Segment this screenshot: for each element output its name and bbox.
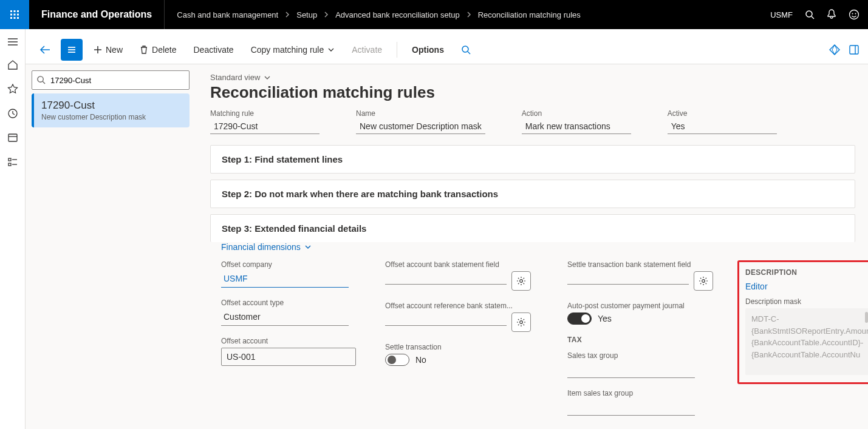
gear-icon xyxy=(699,276,708,286)
editor-link[interactable]: Editor xyxy=(745,282,768,291)
svg-rect-8 xyxy=(17,17,19,19)
trash-icon xyxy=(140,45,148,55)
breadcrumb-item[interactable]: Reconciliation matching rules xyxy=(478,10,581,19)
diamond-icon[interactable] xyxy=(829,44,840,55)
list-item-title: 17290-Cust xyxy=(41,100,182,112)
action-label: Copy matching rule xyxy=(251,45,324,55)
svg-rect-18 xyxy=(9,134,17,141)
separator xyxy=(397,42,397,58)
view-selector[interactable]: Standard view xyxy=(210,73,868,82)
offset-acct-bank-stmt-field[interactable] xyxy=(385,278,507,285)
arrow-left-icon xyxy=(39,46,50,54)
list-item-subtitle: New customer Description mask xyxy=(41,113,182,121)
action-label: Activate xyxy=(352,45,382,55)
field-label: Description mask xyxy=(745,297,868,306)
back-button[interactable] xyxy=(34,39,56,61)
modules-icon[interactable] xyxy=(7,157,18,167)
description-mask-textarea[interactable]: MDT-C-{BankStmtISOReportEntry.Amount}-{B… xyxy=(745,308,868,375)
action-label: Delete xyxy=(152,45,176,55)
action-field[interactable]: Mark new transactions xyxy=(522,118,631,134)
chevron-down-icon xyxy=(264,74,271,81)
field-label: Matching rule xyxy=(210,109,320,118)
settings-button[interactable] xyxy=(511,312,531,332)
smile-icon[interactable] xyxy=(849,9,859,20)
field-label: Offset account reference bank statem... xyxy=(385,302,543,310)
step2-header[interactable]: Step 2: Do not mark when there are match… xyxy=(210,180,855,208)
field-label: Action xyxy=(522,109,631,118)
svg-rect-3 xyxy=(10,14,12,16)
copy-matching-rule-button[interactable]: Copy matching rule xyxy=(245,41,341,58)
offset-account-type-field[interactable]: Customer xyxy=(221,309,349,326)
field-label: Settle transaction bank statement field xyxy=(567,260,713,269)
list-lines-icon xyxy=(66,46,77,54)
breadcrumb-item[interactable]: Advanced bank reconciliation setup xyxy=(335,10,460,19)
home-icon[interactable] xyxy=(7,59,18,70)
chevron-down-icon xyxy=(327,46,335,53)
list-search-input[interactable] xyxy=(32,70,190,90)
scrollbar[interactable] xyxy=(865,312,868,323)
step1-header[interactable]: Step 1: Find statement lines xyxy=(210,145,855,174)
financial-dimensions-label: Financial dimensions xyxy=(221,242,301,252)
panel-icon[interactable] xyxy=(849,44,859,55)
search-icon xyxy=(461,45,471,55)
list-item[interactable]: 17290-Cust New customer Description mask xyxy=(32,93,190,127)
svg-rect-7 xyxy=(14,17,16,19)
settle-tx-bank-field[interactable] xyxy=(567,278,689,285)
search-icon[interactable] xyxy=(805,10,815,19)
financial-dimensions-button[interactable]: Financial dimensions xyxy=(221,242,868,252)
description-section: DESCRIPTION Editor Description mask MDT-… xyxy=(737,260,868,384)
activate-button: Activate xyxy=(346,41,388,58)
svg-rect-21 xyxy=(9,163,11,166)
options-button[interactable]: Options xyxy=(406,41,450,58)
star-icon[interactable] xyxy=(7,84,18,95)
svg-rect-4 xyxy=(14,14,16,16)
page-search-button[interactable] xyxy=(455,41,477,58)
app-launcher-button[interactable] xyxy=(0,0,29,29)
view-label: Standard view xyxy=(210,73,260,82)
svg-point-34 xyxy=(520,321,523,324)
field-label: Offset company xyxy=(221,260,361,269)
step3-header[interactable]: Step 3: Extended financial details xyxy=(210,214,855,242)
workspace-icon[interactable] xyxy=(7,132,18,143)
list-search[interactable] xyxy=(32,70,190,90)
name-field[interactable]: New customer Description mask xyxy=(356,118,485,134)
view-toggle-button[interactable] xyxy=(61,39,83,61)
settings-button[interactable] xyxy=(694,271,713,291)
field-label: Offset account type xyxy=(221,299,361,307)
deactivate-button[interactable]: Deactivate xyxy=(187,41,239,58)
matching-rule-field[interactable]: 17290-Cust xyxy=(210,118,320,134)
clock-icon[interactable] xyxy=(7,108,18,119)
active-field[interactable]: Yes xyxy=(668,118,777,134)
settings-button[interactable] xyxy=(511,271,531,291)
offset-acct-ref-field[interactable] xyxy=(385,319,507,326)
svg-point-35 xyxy=(702,280,705,283)
svg-rect-2 xyxy=(17,10,19,12)
svg-line-28 xyxy=(468,52,470,54)
list-pane: 17290-Cust New customer Description mask xyxy=(26,64,196,429)
action-label: New xyxy=(106,45,123,55)
bell-icon[interactable] xyxy=(827,9,836,20)
company-code[interactable]: USMF xyxy=(770,10,793,19)
delete-button[interactable]: Delete xyxy=(134,41,182,58)
breadcrumb-item[interactable]: Cash and bank management xyxy=(177,10,278,19)
autopost-toggle[interactable]: Yes xyxy=(567,312,713,325)
svg-rect-5 xyxy=(17,14,19,16)
svg-line-32 xyxy=(43,81,45,84)
global-topbar: Finance and Operations Cash and bank man… xyxy=(0,0,868,29)
breadcrumb-item[interactable]: Setup xyxy=(296,10,317,19)
tax-heading: TAX xyxy=(567,336,713,344)
hamburger-icon[interactable] xyxy=(7,38,18,46)
new-button[interactable]: New xyxy=(87,41,129,58)
svg-rect-20 xyxy=(9,158,11,161)
field-label: Offset account xyxy=(221,337,361,345)
sales-tax-group-field[interactable] xyxy=(567,362,695,378)
offset-account-field[interactable]: US-001 xyxy=(221,348,356,366)
settle-transaction-toggle[interactable]: No xyxy=(385,354,543,366)
offset-company-field[interactable]: USMF xyxy=(221,271,349,288)
svg-point-33 xyxy=(520,280,523,283)
field-label: Sales tax group xyxy=(567,351,713,360)
item-sales-tax-group-field[interactable] xyxy=(567,400,695,416)
svg-point-11 xyxy=(850,10,859,19)
svg-point-27 xyxy=(462,46,468,52)
svg-line-10 xyxy=(812,16,814,19)
